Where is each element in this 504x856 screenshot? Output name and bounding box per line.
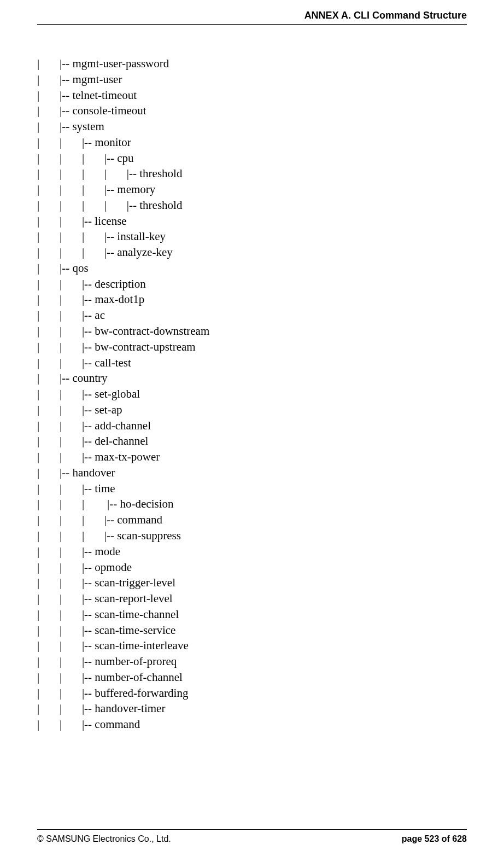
footer-rule <box>37 829 467 830</box>
footer-copyright: © SAMSUNG Electronics Co., Ltd. <box>37 834 171 844</box>
cli-tree-content: | |-- mgmt-user-password | |-- mgmt-user… <box>37 56 467 732</box>
page: ANNEX A. CLI Command Structure | |-- mgm… <box>0 0 504 856</box>
footer-page-number: page 523 of 628 <box>402 834 467 844</box>
page-header-title: ANNEX A. CLI Command Structure <box>304 10 467 21</box>
header-rule <box>37 24 467 25</box>
